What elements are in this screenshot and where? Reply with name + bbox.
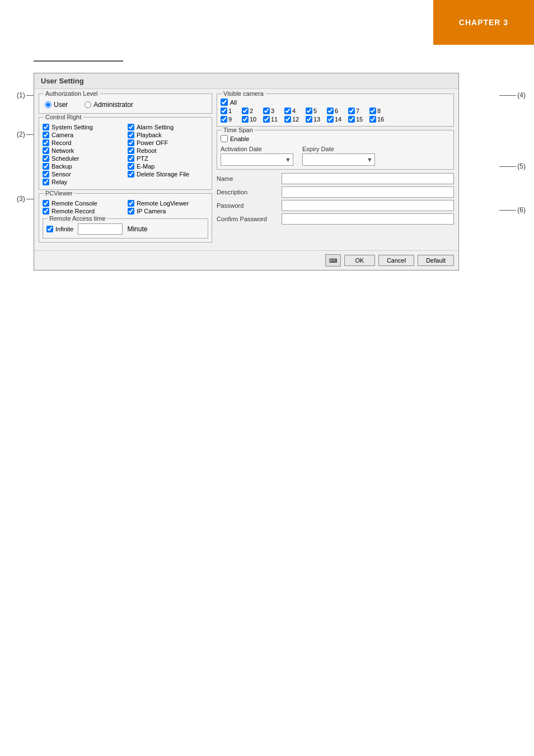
visible-camera-section: Visible camera All 1 2 3 4 5 6 7 8 — [217, 94, 454, 127]
all-label: All — [230, 99, 237, 106]
check-emap[interactable]: E-Map — [128, 162, 208, 170]
password-label: Password — [217, 202, 278, 209]
password-row: Password — [217, 200, 454, 211]
cam-11[interactable]: 11 — [263, 116, 280, 123]
check-remote-console[interactable]: Remote Console — [43, 199, 123, 207]
enable-checkbox[interactable] — [221, 135, 228, 142]
check-playback[interactable]: Playback — [128, 131, 208, 139]
activation-date-input[interactable]: ▼ — [221, 153, 293, 166]
check-scheduler[interactable]: Scheduler — [43, 155, 123, 162]
visible-camera-label: Visible camera — [222, 90, 265, 97]
remote-access-section: Remote Access time Infinite Minute — [43, 218, 208, 239]
pcviewer-section: PCViewer Remote Console Remote Record Re… — [39, 193, 212, 242]
radio-admin-input[interactable] — [85, 101, 91, 108]
cam-12[interactable]: 12 — [284, 116, 301, 123]
minute-input[interactable] — [78, 223, 123, 235]
pcviewer-col2: Remote LogViewer IP Camera — [128, 199, 208, 215]
remote-access-row: Infinite Minute — [46, 223, 204, 235]
cam-15[interactable]: 15 — [348, 116, 365, 123]
cam-16[interactable]: 16 — [369, 116, 386, 123]
time-span-label: Time Span — [222, 127, 255, 133]
enable-label: Enable — [230, 136, 249, 142]
check-ip-camera[interactable]: IP Camera — [128, 207, 208, 215]
name-label: Name — [217, 175, 278, 182]
auth-options-row: User Administrator — [43, 100, 208, 110]
check-delete-storage[interactable]: Delete Storage File — [128, 170, 208, 178]
remote-access-label: Remote Access time — [48, 215, 107, 222]
date-row: Activation Date ▼ Expiry Date ▼ — [221, 146, 450, 166]
check-relay[interactable]: Relay — [43, 178, 123, 186]
radio-user-input[interactable] — [45, 101, 51, 108]
name-input[interactable] — [282, 173, 454, 184]
radio-admin-label: Administrator — [93, 101, 133, 109]
check-system-setting[interactable]: System Setting — [43, 123, 123, 131]
chapter-bar: CHAPTER 3 — [433, 0, 534, 45]
user-fields-section: Name Description Password Confirm Passwo… — [217, 173, 454, 225]
check-infinite[interactable]: Infinite — [46, 225, 73, 233]
expiry-date-input[interactable]: ▼ — [302, 153, 375, 166]
control-right-label: Control Right — [44, 114, 83, 120]
description-input[interactable] — [282, 186, 454, 198]
check-network[interactable]: Network — [43, 147, 123, 155]
annotation-6: (6) — [499, 206, 526, 214]
cam-9[interactable]: 9 — [221, 116, 237, 123]
radio-admin[interactable]: Administrator — [85, 101, 133, 109]
cam-3[interactable]: 3 — [263, 108, 280, 114]
radio-user[interactable]: User — [45, 101, 68, 109]
cam-14[interactable]: 14 — [327, 116, 344, 123]
confirm-password-label: Confirm Password — [217, 216, 278, 222]
expiry-date-col: Expiry Date ▼ — [302, 146, 375, 166]
control-col2: Alarm Setting Playback Power OFF Reboot — [128, 123, 208, 186]
confirm-password-row: Confirm Password — [217, 213, 454, 225]
check-ptz[interactable]: PTZ — [128, 155, 208, 162]
ok-button[interactable]: OK — [344, 255, 375, 266]
default-button[interactable]: Default — [418, 255, 454, 266]
camera-row-1-8: 1 2 3 4 5 6 7 8 — [221, 108, 450, 114]
dialog-footer: ⌨ OK Cancel Default — [34, 250, 458, 270]
control-right-grid: System Setting Camera Record Network Sch — [43, 123, 208, 186]
description-label: Description — [217, 189, 278, 195]
dialog-title: User Setting — [34, 73, 458, 89]
cam-7[interactable]: 7 — [348, 108, 365, 114]
cam-10[interactable]: 10 — [242, 116, 259, 123]
check-sensor[interactable]: Sensor — [43, 170, 123, 178]
left-panel: Authorization Level User Administrator C… — [39, 94, 212, 246]
cam-1[interactable]: 1 — [221, 108, 237, 114]
cam-2[interactable]: 2 — [242, 108, 259, 114]
cam-13[interactable]: 13 — [306, 116, 322, 123]
user-setting-dialog: User Setting Authorization Level User Ad… — [34, 73, 459, 270]
password-input[interactable] — [282, 200, 454, 211]
cam-5[interactable]: 5 — [306, 108, 322, 114]
check-alarm-setting[interactable]: Alarm Setting — [128, 123, 208, 131]
check-camera[interactable]: Camera — [43, 131, 123, 139]
annotation-5: (5) — [499, 162, 526, 170]
control-col1: System Setting Camera Record Network Sch — [43, 123, 123, 186]
check-remote-logviewer[interactable]: Remote LogViewer — [128, 199, 208, 207]
confirm-password-input[interactable] — [282, 213, 454, 225]
check-record[interactable]: Record — [43, 139, 123, 147]
name-row: Name — [217, 173, 454, 184]
description-row: Description — [217, 186, 454, 198]
all-camera-check[interactable]: All — [221, 99, 450, 106]
infinite-label: Infinite — [55, 226, 73, 232]
enable-row[interactable]: Enable — [221, 135, 450, 142]
chapter-label: CHAPTER 3 — [459, 18, 508, 27]
check-backup[interactable]: Backup — [43, 162, 123, 170]
pcviewer-grid: Remote Console Remote Record Remote LogV… — [43, 199, 208, 215]
cancel-button[interactable]: Cancel — [378, 255, 414, 266]
time-span-section: Time Span Enable Activation Date ▼ Expir… — [217, 130, 454, 170]
cam-4[interactable]: 4 — [284, 108, 301, 114]
dialog-body: Authorization Level User Administrator C… — [34, 89, 458, 250]
keyboard-icon[interactable]: ⌨ — [325, 254, 341, 267]
authorization-label: Authorization Level — [44, 90, 100, 97]
check-power-off[interactable]: Power OFF — [128, 139, 208, 147]
check-remote-record[interactable]: Remote Record — [43, 207, 123, 215]
cam-8[interactable]: 8 — [369, 108, 386, 114]
pcviewer-label: PCViewer — [44, 190, 74, 197]
activation-date-label: Activation Date — [221, 146, 293, 152]
control-right-section: Control Right System Setting Camera Reco… — [39, 117, 212, 190]
check-reboot[interactable]: Reboot — [128, 147, 208, 155]
top-line — [34, 60, 123, 62]
right-panel: Visible camera All 1 2 3 4 5 6 7 8 — [217, 94, 454, 246]
cam-6[interactable]: 6 — [327, 108, 344, 114]
